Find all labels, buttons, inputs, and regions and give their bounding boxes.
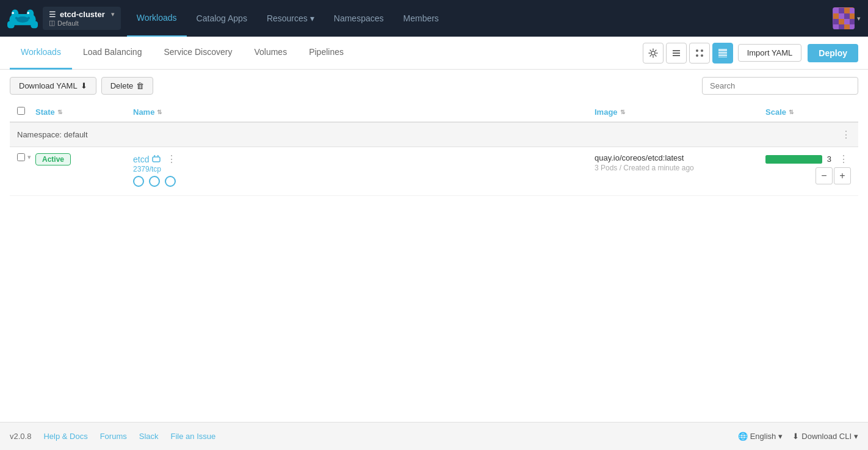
svg-point-15 [701,49,703,52]
name-col-header[interactable]: Name ⇅ [133,107,595,117]
nav-namespaces[interactable]: Namespaces [324,0,394,37]
download-yaml-button[interactable]: Download YAML ⬇ [10,77,96,95]
import-yaml-button[interactable]: Import YAML [738,44,802,62]
view-group-icon-btn[interactable] [689,43,710,64]
select-all-checkbox[interactable] [17,107,25,115]
cluster-dropdown-icon: ▾ [111,10,115,18]
user-avatar[interactable] [833,7,855,29]
svg-rect-11 [673,50,680,51]
svg-point-9 [27,17,30,20]
pod-circle-3[interactable] [165,176,176,187]
view-list-icon-btn[interactable] [666,43,687,64]
state-sort-icon: ⇅ [57,109,62,115]
table-header: State ⇅ Name ⇅ Image ⇅ Scale ⇅ [10,102,858,123]
image-sort-icon: ⇅ [620,109,625,115]
scale-down-button[interactable]: − [816,167,833,184]
download-cli-dropdown-icon: ▾ [854,432,858,441]
avatar-image [833,7,855,29]
scale-bar-fill [765,155,822,164]
download-cli-button[interactable]: ⬇ Download CLI ▾ [792,432,858,441]
row-select-col: ▾ [17,153,35,161]
svg-point-3 [12,12,14,14]
language-label: English [750,432,776,441]
workload-menu-button-inline[interactable]: ⋮ [164,153,179,165]
svg-rect-6 [31,21,38,29]
group-icon [695,48,704,58]
name-col: etcd ⋮ 2379/tcp [133,153,595,189]
app-logo [7,6,38,31]
svg-point-10 [651,51,655,55]
image-col: quay.io/coreos/etcd:latest 3 Pods / Crea… [595,153,765,172]
download-icon: ⬇ [81,81,87,90]
namespace-menu-button[interactable]: ⋮ [841,129,851,140]
download-yaml-label: Download YAML [19,81,78,90]
scale-progress-bar [765,155,822,164]
subtabs: Workloads Load Balancing Service Discove… [0,37,868,70]
scale-col-header[interactable]: Scale ⇅ [765,107,851,117]
pod-circle-2[interactable] [149,176,160,187]
navbar-right: ▾ [833,7,861,29]
svg-rect-5 [7,21,15,29]
namespace-label: Namespace: default [17,130,88,139]
list-icon [671,48,681,58]
tab-pipelines[interactable]: Pipelines [298,37,355,70]
nav-resources[interactable]: Resources ▾ [257,0,324,37]
svg-point-7 [16,16,29,23]
row-checkbox[interactable] [17,153,25,161]
svg-point-2 [27,9,34,18]
tab-service-discovery[interactable]: Service Discovery [153,37,243,70]
workload-name: etcd [133,154,149,164]
search-input[interactable] [702,77,858,95]
footer-issue-link[interactable]: File an Issue [171,432,216,441]
state-header-label: State [35,107,55,117]
nav-resources-label: Resources [267,13,308,23]
view-table-icon-btn[interactable] [712,43,733,64]
svg-point-1 [12,9,19,18]
tab-workloads[interactable]: Workloads [10,37,72,70]
nav-workloads[interactable]: Workloads [127,0,187,37]
footer-forums-link[interactable]: Forums [100,432,127,441]
cluster-selector[interactable]: ☰ etcd-cluster ▾ ◫ Default [43,7,121,30]
scale-col: 3 ⋮ − + [765,153,851,184]
workload-port: 2379/tcp [133,165,595,173]
deploy-button[interactable]: Deploy [808,44,858,62]
svg-point-17 [701,54,703,57]
delete-label: Delete [110,81,134,90]
image-col-header[interactable]: Image ⇅ [595,107,765,117]
scale-buttons: − + [816,167,851,184]
select-all-col [17,107,35,117]
trash-icon: 🗑 [136,81,144,90]
user-dropdown-icon[interactable]: ▾ [857,15,861,23]
tab-load-balancing[interactable]: Load Balancing [72,37,153,70]
scale-menu-button[interactable]: ⋮ [836,153,851,165]
footer-slack-link[interactable]: Slack [139,432,159,441]
state-col-header[interactable]: State ⇅ [35,107,133,117]
nav-members[interactable]: Members [394,0,449,37]
scale-up-button[interactable]: + [834,167,851,184]
tab-volumes[interactable]: Volumes [243,37,298,70]
language-selector[interactable]: 🌐 English ▾ [738,432,783,441]
scale-number: 3 [827,154,831,164]
globe-icon: 🌐 [738,432,748,441]
download-cli-icon: ⬇ [792,432,799,441]
row-expand-icon[interactable]: ▾ [27,153,31,161]
workload-name-link[interactable]: etcd [133,154,161,164]
svg-rect-19 [718,52,727,54]
workload-image: quay.io/coreos/etcd:latest [595,153,765,162]
namespace-row: Namespace: default ⋮ [10,123,858,147]
delete-button[interactable]: Delete 🗑 [101,77,154,95]
pod-circle-1[interactable] [133,176,144,187]
view-config-icon-btn[interactable] [643,43,664,64]
svg-rect-18 [718,49,727,51]
subtab-actions: Import YAML Deploy [643,43,858,64]
nav-catalog-apps[interactable]: Catalog Apps [187,0,257,37]
svg-rect-13 [673,55,680,56]
footer-help-link[interactable]: Help & Docs [43,432,87,441]
state-col: Active [35,153,133,165]
download-cli-label: Download CLI [801,432,852,441]
svg-point-4 [27,12,29,14]
app-version: v2.0.8 [10,432,31,441]
cluster-namespace: Default [57,20,79,27]
language-dropdown-icon: ▾ [778,432,783,441]
svg-rect-21 [718,57,727,57]
